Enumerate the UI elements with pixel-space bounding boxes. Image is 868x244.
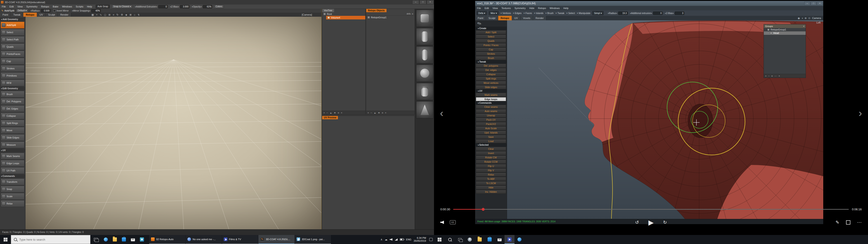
menu-item[interactable]: Windows [60,5,74,8]
viewport-3d[interactable] [26,17,321,230]
taskbar-window-button[interactable]: 02 Retopo-Auto [149,235,185,244]
titlebar[interactable]: 3D-COAT 4.8.20(GL64)(educational) – □ × [0,0,434,5]
taskbar-window-button[interactable]: Films & TV [222,235,258,244]
tool-sidebar-entry[interactable]: Brush [1,91,24,98]
field-value-input[interactable]: 3.000 [180,5,189,8]
tool-sidebar-entry[interactable]: Select Path [1,36,24,43]
viewport-tool-icon[interactable]: ↯ [138,13,140,17]
colors-button[interactable]: Colors [214,5,224,8]
taskbar-window-button[interactable]: 3DCoat 1.png - pai... [295,235,331,244]
tool-sidebar-entry[interactable]: Add Geometry [0,18,25,21]
action-center-icon[interactable] [429,238,433,241]
taskbar-window-button[interactable]: 3D-COAT 4.8.20(GL... [258,235,294,244]
menu-item[interactable]: Help [85,5,94,8]
taskbar-search[interactable] [11,235,90,244]
tool-sidebar-entry[interactable]: Relax [1,200,24,207]
tool-sidebar-entry[interactable]: Collapse [1,113,24,119]
menu-item[interactable]: Scripts [74,5,85,8]
panel-action-icon[interactable]: + [323,112,325,114]
primitive-thumbnail[interactable] [416,83,433,100]
battery-icon[interactable] [400,238,404,241]
primitive-thumbnail[interactable] [416,28,433,45]
maximize-button[interactable]: □ [420,0,426,4]
volume-button[interactable] [440,221,444,224]
taskbar-app-button[interactable] [465,235,475,244]
tool-sidebar-entry[interactable]: Mark Seams [1,153,24,159]
viewport-tool-icon[interactable]: ⌂ [134,13,135,17]
taskbar-app-button[interactable] [495,235,504,244]
taskbar-app-button[interactable] [455,235,465,244]
skip-forward-button[interactable]: ↻ [663,220,667,225]
viewport-tool-icon[interactable]: ▦ [92,13,94,17]
primitive-thumbnail[interactable] [416,46,433,63]
tool-sidebar-entry[interactable]: Move [1,127,24,134]
tool-sidebar-entry[interactable]: RFill [1,80,24,86]
mode-tab[interactable]: Tweak [11,13,23,17]
video-frame[interactable]: vox1_018.3b* - 3D-COAT 3.7.08B(CUDA)(GL6… [475,1,823,224]
tool-sidebar-entry[interactable]: Del. Edges [1,105,24,112]
tool-sidebar-entry[interactable]: Measure [1,142,24,148]
close-button[interactable]: × [427,0,434,4]
panel-action-icon[interactable]: ▲ [330,112,332,114]
taskbar-window-button[interactable]: No one asked me -... [186,235,222,244]
tool-sidebar-entry[interactable]: Cap [1,58,24,65]
tool-sidebar-entry[interactable]: UV Path [1,167,24,174]
viewport-tool-icon[interactable]: ⌖ [96,13,97,17]
viewport-tool-icon[interactable]: ◈ [125,13,127,17]
start-button[interactable] [434,235,445,244]
taskbar-app-button[interactable] [110,235,119,244]
clock[interactable]: 6:34 PM 26/05/2019 [414,237,426,242]
menu-item[interactable]: File [0,5,8,8]
tool-sidebar-entry[interactable]: Snap [1,186,24,192]
voxtree-tab[interactable]: VoxTree [322,9,334,12]
task-view-button[interactable] [90,235,101,244]
seek-bar[interactable] [453,209,848,210]
panel-action-icon[interactable]: − [327,112,328,114]
seek-handle[interactable] [482,208,485,211]
invert-mirror-checkbox[interactable] [53,9,56,12]
uv-preview-tab[interactable]: UV Preview [322,116,338,119]
tool-sidebar-entry[interactable]: Quads [1,43,24,50]
viewport-tool-icon[interactable]: ∿ [100,13,102,17]
onedrive-cloud-icon[interactable]: ☁ [385,238,388,241]
tool-sidebar-entry[interactable]: Transform [1,179,24,185]
tool-sidebar-entry[interactable]: Primitives [1,72,24,79]
panel-action-icon[interactable]: − [371,112,372,114]
field-value-input[interactable]: 61% [203,5,212,8]
taskbar-app-button[interactable] [475,235,485,244]
tool-sidebar-entry[interactable]: Slide Edges [1,134,24,141]
tool-sidebar-entry[interactable]: Del. Polygons [1,98,24,105]
preset-dropdown[interactable]: Default ▾ [16,9,28,12]
taskbar-app-button[interactable] [119,235,128,244]
taskbar-app-button[interactable] [485,235,495,244]
viewport-tool-icon[interactable]: ⊞ [108,13,111,17]
mode-tab[interactable]: Paint [0,13,11,17]
subtitles-button[interactable]: CC [450,220,456,224]
panel-action-icon[interactable]: × [341,112,342,114]
tool-sidebar-entry[interactable]: Add/Split [1,22,24,28]
camera-dropdown[interactable]: [Camera] [302,13,312,17]
viewport-tool-icon[interactable]: ≡ [113,13,114,17]
list-options-icon[interactable]: ≡ [412,13,413,15]
menu-item[interactable]: Symmetry [24,5,39,8]
tool-sidebar-entry[interactable]: UV [0,149,25,152]
panel-action-icon[interactable]: ▼ [378,112,380,114]
minimize-button[interactable]: – [412,0,419,4]
taskbar-app-button[interactable] [101,235,110,244]
tool-sidebar-entry[interactable]: Commands [0,175,25,178]
tool-sidebar-entry[interactable]: Strokes [1,65,24,72]
radius-value-input[interactable]: 0.500 [41,9,51,12]
start-button[interactable] [0,235,11,244]
taskbar-app-button[interactable] [128,235,137,244]
more-options-button[interactable]: ⋯ [857,220,862,225]
taskbar-app-button[interactable] [515,235,524,244]
taskbar-app-button[interactable] [504,235,515,244]
viewport-tool-icon[interactable]: ↻ [116,13,119,17]
panel-action-icon[interactable]: ≡ [382,112,383,114]
retopo-objects-tab[interactable]: Retopo Objects [366,9,386,12]
network-icon[interactable] [395,238,398,241]
language-indicator[interactable]: ENG [406,238,411,241]
snap-mode-dropdown[interactable]: Snap to Closest ▾ [112,5,132,8]
volume-icon[interactable] [390,238,393,241]
viewport-tool-icon[interactable]: ⊠ [129,13,131,17]
